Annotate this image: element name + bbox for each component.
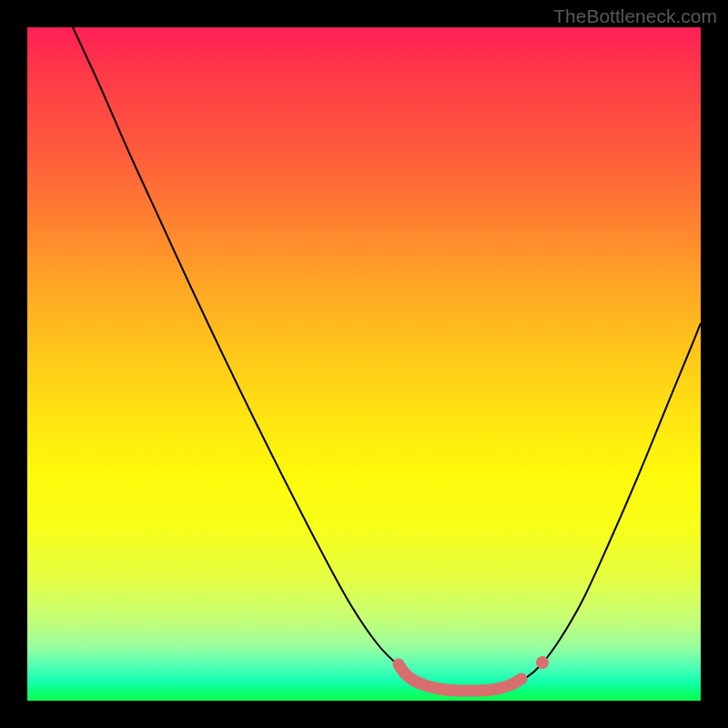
watermark-text: TheBottleneck.com [553,5,717,27]
chart-svg [27,27,701,701]
chart-marker-band [399,664,521,691]
chart-plot-area [27,27,701,701]
chart-curve [73,27,701,692]
chart-marker-dot [536,656,549,669]
chart-marker-dots [536,656,549,669]
